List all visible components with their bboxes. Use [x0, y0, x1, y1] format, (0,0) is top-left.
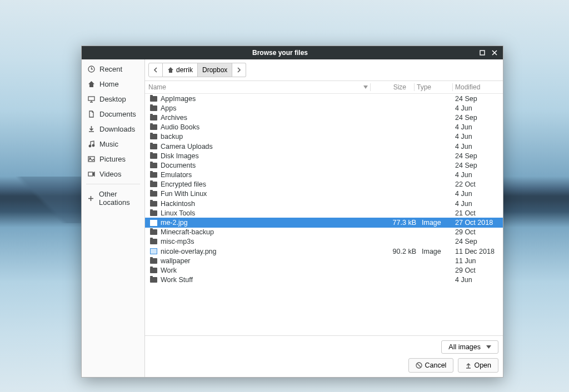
sidebar-item-documents[interactable]: Documents [82, 107, 144, 122]
path-segment-label: Dropbox [202, 66, 227, 74]
sidebar-item-downloads[interactable]: Downloads [82, 122, 144, 137]
plus-icon [87, 195, 94, 202]
close-button[interactable] [490, 48, 500, 58]
filter-label: All images [448, 343, 481, 351]
chevron-down-icon [486, 345, 491, 349]
folder-icon [150, 201, 157, 207]
file-name: Disk Images [161, 152, 383, 160]
file-row[interactable]: Hackintosh4 Jun [145, 199, 503, 208]
file-name: AppImages [161, 95, 383, 103]
sidebar-item-label: Documents [99, 110, 136, 118]
sidebar-item-music[interactable]: Music [82, 137, 144, 152]
header-name[interactable]: Name [148, 83, 368, 91]
folder-icon [150, 153, 157, 159]
file-name: nicole-overlay.png [161, 248, 383, 255]
file-row[interactable]: Fun With Linux4 Jun [145, 189, 503, 199]
file-row[interactable]: nicole-overlay.png90.2 kBImage11 Dec 201… [145, 247, 503, 256]
home-icon [167, 67, 174, 73]
file-row[interactable]: me-2.jpg77.3 kBImage27 Oct 2018 [145, 218, 503, 227]
folder-icon [150, 96, 157, 102]
dialog-footer: All images Cancel Open [145, 335, 503, 377]
path-segment-dropbox[interactable]: Dropbox [198, 63, 232, 77]
folder-icon [150, 258, 157, 264]
folder-icon [150, 144, 157, 149]
upload-icon [465, 362, 472, 369]
file-modified: 4 Jun [455, 143, 500, 150]
file-row[interactable]: Linux Tools21 Oct [145, 208, 503, 218]
file-row[interactable]: Archives24 Sep [145, 113, 503, 122]
sidebar-item-home[interactable]: Home [82, 77, 144, 92]
file-name: misc-mp3s [161, 238, 383, 245]
maximize-button[interactable] [477, 48, 487, 58]
file-row[interactable]: Documents24 Sep [145, 160, 503, 170]
header-type[interactable]: Type [417, 83, 450, 91]
image-icon [150, 220, 157, 226]
path-back-button[interactable] [148, 63, 163, 77]
file-row[interactable]: misc-mp3s24 Sep [145, 237, 503, 247]
folder-icon [150, 191, 157, 197]
file-row[interactable]: Apps4 Jun [145, 103, 503, 113]
file-name: Apps [161, 104, 383, 112]
file-name: Audio Books [161, 123, 383, 131]
open-button[interactable]: Open [458, 358, 498, 373]
file-row[interactable]: Work Stuff4 Jun [145, 275, 503, 285]
file-modified: 21 Oct [455, 209, 500, 217]
file-modified: 27 Oct 2018 [455, 219, 500, 227]
file-row[interactable]: wallpaper11 Jun [145, 256, 503, 265]
sidebar-item-label: Other Locations [99, 190, 139, 207]
svg-rect-0 [480, 51, 485, 55]
file-type: Image [422, 248, 455, 255]
folder-icon [150, 268, 157, 273]
window-title: Browse your files [85, 49, 475, 57]
file-row[interactable]: Encrypted files22 Oct [145, 180, 503, 189]
sidebar-separator [86, 184, 140, 184]
folder-icon [150, 134, 157, 139]
titlebar: Browse your files [82, 46, 503, 59]
sidebar-item-recent[interactable]: Recent [82, 62, 144, 77]
folder-icon [150, 182, 157, 187]
header-size[interactable]: Size [373, 83, 412, 91]
path-segment-home[interactable]: derrik [163, 63, 198, 77]
file-name: Encrypted files [161, 180, 383, 188]
folder-icon [150, 239, 157, 244]
cancel-button[interactable]: Cancel [408, 358, 453, 373]
file-row[interactable]: backup4 Jun [145, 132, 503, 142]
file-modified: 4 Jun [455, 200, 500, 208]
sidebar-item-videos[interactable]: Videos [82, 167, 144, 182]
file-name: Minecraft-backup [161, 228, 383, 236]
file-name: Hackintosh [161, 200, 383, 208]
file-row[interactable]: Minecraft-backup29 Oct [145, 228, 503, 237]
file-type: Image [422, 219, 455, 227]
file-name: wallpaper [161, 257, 383, 265]
file-list[interactable]: AppImages24 SepApps4 JunArchives24 SepAu… [145, 94, 503, 335]
file-name: Documents [161, 162, 383, 169]
file-name: me-2.jpg [161, 219, 383, 227]
file-row[interactable]: Disk Images24 Sep [145, 151, 503, 160]
sidebar-item-desktop[interactable]: Desktop [82, 92, 144, 107]
file-modified: 24 Sep [455, 114, 500, 122]
file-row[interactable]: Work29 Oct [145, 265, 503, 275]
file-row[interactable]: Audio Books4 Jun [145, 123, 503, 132]
file-modified: 11 Jun [455, 257, 500, 265]
svg-point-4 [92, 144, 94, 147]
folder-icon [150, 163, 157, 168]
sidebar-item-pictures[interactable]: Pictures [82, 152, 144, 167]
svg-rect-2 [88, 97, 94, 100]
folder-icon [150, 172, 157, 178]
picture-icon [87, 155, 95, 163]
file-modified: 4 Jun [455, 171, 500, 179]
sidebar-item-other-locations[interactable]: Other Locations [82, 187, 144, 210]
cancel-label: Cancel [425, 361, 446, 369]
file-modified: 22 Oct [455, 180, 500, 188]
svg-point-3 [89, 145, 91, 147]
file-row[interactable]: Camera Uploads4 Jun [145, 142, 503, 151]
image-icon [150, 248, 157, 254]
file-row[interactable]: Emulators4 Jun [145, 170, 503, 180]
file-modified: 4 Jun [455, 133, 500, 140]
file-filter-dropdown[interactable]: All images [441, 340, 498, 354]
header-modified[interactable]: Modified [455, 83, 500, 91]
file-name: Archives [161, 114, 383, 122]
path-forward-button[interactable] [232, 63, 246, 77]
desktop-icon [87, 96, 95, 103]
file-row[interactable]: AppImages24 Sep [145, 94, 503, 103]
